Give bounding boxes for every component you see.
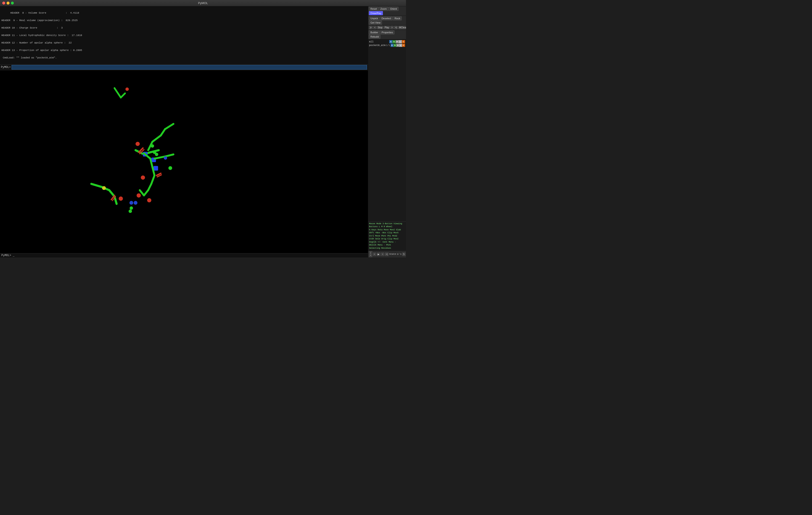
state-s-button[interactable]: S [402, 252, 406, 256]
prev-frame-button[interactable]: < [373, 26, 376, 29]
console-line-6: HEADER 13 - Proportion of apolar alpha s… [1, 49, 82, 52]
molecule-canvas [0, 70, 368, 253]
pocket-L-button[interactable]: L [399, 44, 402, 47]
orient-button[interactable]: Orient [388, 7, 399, 11]
pocket-H-button[interactable]: H [396, 44, 399, 47]
svg-rect-19 [153, 166, 158, 170]
svg-point-37 [136, 142, 140, 146]
object-pocket-count: 1/1 [386, 44, 390, 47]
all-A-button[interactable]: A [389, 40, 393, 43]
pocket-A-button[interactable]: A [390, 44, 394, 47]
svg-point-46 [164, 156, 167, 160]
state-current: 1/ [397, 253, 400, 255]
pocket-S-button[interactable]: S [394, 44, 397, 47]
deselect-button[interactable]: Deselect [380, 16, 393, 20]
svg-rect-0 [13, 70, 354, 253]
svg-point-11 [129, 210, 132, 213]
svg-point-44 [168, 166, 172, 170]
unpick-button[interactable]: Unpick [369, 16, 380, 20]
mouse-line-5: Ctrl Move PkAt Pk1 MvSZ [369, 235, 405, 238]
state-play-button[interactable]: ▶ [377, 252, 380, 256]
svg-point-3 [125, 87, 129, 91]
builder-button[interactable]: Builder [369, 30, 380, 34]
last-frame-button[interactable]: >| [394, 26, 398, 29]
objects-panel: all A S H L C pocket0_atm 1/1 A S H L C [368, 39, 406, 221]
console-line-1: HEADER 8 - Volume Score : 4.4118 [10, 11, 79, 14]
mouse-line-6: CtSh Sele Orig Clip MovZ [369, 238, 405, 241]
state-last-button[interactable]: >| [385, 252, 388, 256]
properties-button[interactable]: Properties [380, 30, 395, 34]
svg-point-45 [129, 206, 133, 210]
svg-point-47 [134, 201, 138, 205]
window-controls[interactable] [2, 2, 14, 4]
mouse-line-1: Mouse Mode 3-Button Viewing [369, 222, 405, 225]
draw-ray-button[interactable]: Draw/Ray [369, 11, 383, 15]
mouse-line-8: DblClk Menu - PkAt [369, 244, 405, 247]
svg-point-38 [141, 175, 145, 180]
zoom-button[interactable]: Zoom [379, 7, 388, 11]
svg-point-10 [129, 201, 133, 205]
all-L-button[interactable]: L [399, 40, 402, 43]
mouse-line-3: % Keys Rota Move MovZ Slab [369, 229, 405, 232]
mouse-line-9: Selecting Residues [369, 247, 405, 250]
svg-point-39 [137, 193, 141, 198]
command-row: PyMOL> [0, 65, 368, 70]
svg-point-43 [155, 153, 158, 156]
state-first-button[interactable]: |< [369, 251, 372, 257]
bottom-command: PyMOL> _ [0, 253, 368, 258]
right-panel: Reset Zoom Orient Draw/Ray Unpick Desele… [368, 6, 406, 258]
console-line-2: HEADER 9 - Real volume (approximation) :… [1, 19, 78, 22]
console-line-7: CmdLoad: "" loaded as "pocket0_atm". [1, 56, 57, 59]
svg-point-41 [151, 144, 154, 148]
command-input[interactable] [11, 65, 367, 69]
state-prev-button[interactable]: < [373, 252, 376, 256]
all-H-button[interactable]: H [396, 40, 399, 43]
mouse-line-2: Buttons L M R Wheel [369, 225, 405, 229]
play-controls: |< < Stop Play > >| MClear [368, 25, 406, 30]
mouse-info: Mouse Mode 3-Button Viewing Buttons L M … [368, 221, 406, 251]
main-layout: HEADER 8 - Volume Score : 4.4118 HEADER … [0, 6, 406, 258]
reset-button[interactable]: Reset [369, 7, 379, 11]
play-button[interactable]: Play [384, 26, 390, 29]
object-pocket-name: pocket0_atm [369, 44, 386, 47]
pocket-C-button[interactable]: C [402, 44, 405, 47]
viewport[interactable] [0, 70, 368, 253]
svg-point-40 [147, 198, 151, 203]
rock-button[interactable]: Rock [393, 16, 402, 20]
next-frame-button[interactable]: > [390, 26, 394, 29]
minimize-button[interactable] [6, 2, 9, 4]
all-C-button[interactable]: C [402, 40, 405, 43]
cmd-label: PyMOL> [1, 66, 11, 69]
maximize-button[interactable] [11, 2, 14, 4]
state-total: 1 [400, 253, 402, 255]
console-line-5: HEADER 12 - Number of apolar alpha spher… [1, 41, 71, 44]
close-button[interactable] [2, 2, 5, 4]
first-frame-button[interactable]: |< [369, 26, 373, 29]
toolbar-row2: Unpick Deselect Rock Get View [368, 16, 406, 25]
all-S-button[interactable]: S [393, 40, 396, 43]
state-bar: |< < ▶ > >| State 1/ 1 S / F [368, 250, 406, 258]
object-all-row[interactable]: all A S H L C [369, 40, 406, 43]
object-pocket-row[interactable]: pocket0_atm 1/1 A S H L C [369, 43, 406, 47]
console-output: HEADER 8 - Volume Score : 4.4118 HEADER … [0, 6, 368, 65]
window-title: PyMOL [198, 1, 208, 5]
console-line-4: HEADER 11 - Local hydrophobic density Sc… [1, 34, 82, 37]
console-line-3: HEADER 10 - Charge Score : 3 [1, 27, 63, 29]
mclear-button[interactable]: MClear [398, 26, 406, 29]
toolbar-row1: Reset Zoom Orient Draw/Ray [368, 6, 406, 16]
mouse-line-4: Shft +Box -Box Clip MovS [369, 232, 405, 235]
svg-point-8 [102, 186, 106, 190]
object-all-name: all [369, 40, 389, 43]
stop-button[interactable]: Stop [377, 26, 383, 29]
state-next-button[interactable]: > [381, 252, 384, 256]
left-panel: HEADER 8 - Volume Score : 4.4118 HEADER … [0, 6, 368, 258]
rebuild-button[interactable]: Rebuild [369, 35, 380, 39]
state-label: State [389, 253, 396, 255]
svg-point-9 [119, 196, 123, 201]
toolbar-row4: Builder Properties Rebuild [368, 30, 406, 39]
get-view-button[interactable]: Get View [369, 21, 382, 25]
mouse-line-7: SngClk +/- Cent Menu - [369, 241, 405, 244]
titlebar: PyMOL [0, 0, 406, 6]
